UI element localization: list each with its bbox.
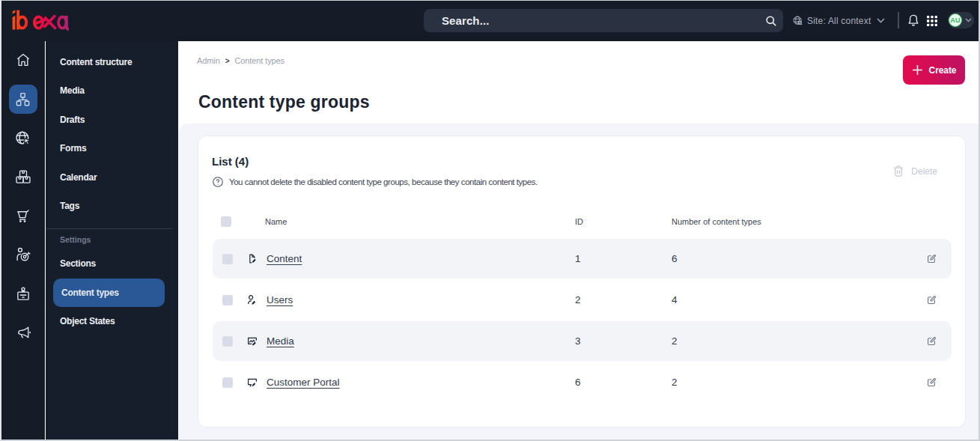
ibexa-logo[interactable] (12, 10, 70, 31)
sidebar-item-tags[interactable]: Tags (60, 192, 79, 220)
megaphone-icon (15, 324, 31, 341)
list-card: List (4) You cannot delete the disabled … (198, 136, 966, 428)
list-help-text: You cannot delete the disabled content t… (229, 177, 538, 187)
sidebar-item-forms[interactable]: Forms (60, 134, 86, 162)
table-row-media[interactable]: Media 3 2 (213, 321, 952, 361)
question-circle-icon (213, 177, 223, 187)
user-edit-icon (247, 294, 258, 305)
column-header-count[interactable]: Number of content types (672, 216, 761, 227)
row-id: 2 (575, 280, 581, 320)
page-title: Content type groups (198, 92, 370, 112)
user-menu[interactable]: AU (948, 12, 974, 29)
select-all-checkbox[interactable] (221, 216, 231, 227)
row-id: 6 (575, 362, 581, 402)
image-edit-icon (247, 335, 258, 347)
sidebar-item-marketing[interactable] (1, 324, 44, 341)
sidebar-item-product-catalog[interactable] (1, 168, 44, 185)
sidebar-item-object-states[interactable]: Object States (60, 307, 115, 335)
sidebar-item-personalization[interactable] (1, 246, 44, 263)
breadcrumb-content-types[interactable]: Content types (234, 56, 284, 65)
sidebar-item-commerce[interactable] (1, 207, 44, 224)
chevron-down-icon[interactable] (965, 18, 972, 22)
edit-icon[interactable] (926, 294, 937, 305)
row-checkbox[interactable] (222, 295, 233, 305)
row-checkbox[interactable] (222, 377, 233, 388)
chevron-down-icon[interactable] (877, 18, 885, 23)
list-title: List (4) (212, 155, 249, 168)
sidebar-item-label: Content types (61, 279, 119, 307)
row-id: 3 (575, 321, 581, 361)
settings-section-label: Settings (60, 232, 91, 247)
boxes-icon (15, 168, 31, 185)
row-link[interactable]: Content (267, 239, 302, 279)
app-window: Search... Site: All context AU (0, 0, 980, 441)
breadcrumb-admin[interactable]: Admin (197, 56, 220, 65)
main-content: Admin>Content types Create Content type … (178, 41, 979, 440)
sitemap-icon (15, 91, 31, 107)
menu-sidebar: Content structure Media Drafts Forms Cal… (46, 41, 178, 440)
create-button-label: Create (929, 65, 957, 76)
breadcrumb: Admin>Content types (197, 55, 284, 66)
search-icon[interactable] (765, 15, 777, 27)
search-input[interactable]: Search... (424, 9, 783, 32)
menu-divider (46, 228, 172, 229)
sidebar-item-site-management[interactable] (1, 130, 44, 147)
row-checkbox[interactable] (222, 336, 233, 347)
bell-icon[interactable] (907, 14, 919, 26)
site-context-selector[interactable]: Site: All context (807, 1, 871, 41)
sidebar-item-admin[interactable] (1, 285, 44, 302)
sidebar-item-content-types-active[interactable]: Content types (53, 279, 165, 307)
trash-icon (893, 165, 904, 177)
edit-icon[interactable] (926, 253, 937, 264)
row-count: 4 (672, 280, 678, 320)
cart-icon (15, 207, 31, 224)
row-id: 1 (575, 239, 581, 279)
sidebar-item-drafts[interactable]: Drafts (60, 106, 85, 134)
column-header-id[interactable]: ID (575, 216, 583, 227)
site-context-globe-icon (793, 16, 803, 25)
row-link[interactable]: Users (267, 280, 293, 320)
topbar-divider (898, 12, 899, 29)
monitor-edit-icon (247, 377, 258, 388)
sidebar-item-media[interactable]: Media (60, 76, 85, 105)
table-row-users[interactable]: Users 2 4 (213, 280, 952, 320)
sidebar-item-sections[interactable]: Sections (60, 249, 96, 278)
row-link[interactable]: Customer Portal (267, 362, 340, 402)
row-count: 2 (672, 362, 678, 402)
badge-icon (15, 285, 31, 302)
table-row-content[interactable]: Content 1 6 (213, 239, 952, 279)
sidebar-item-content-active[interactable] (9, 85, 37, 114)
breadcrumb-separator: > (220, 57, 235, 65)
row-count: 6 (672, 239, 678, 279)
person-target-icon (15, 246, 31, 263)
sidebar-item-dashboard[interactable] (1, 52, 44, 68)
file-edit-icon (247, 253, 258, 264)
plus-icon (912, 64, 923, 76)
row-link[interactable]: Media (267, 321, 294, 361)
edit-icon[interactable] (926, 335, 937, 347)
edit-icon[interactable] (926, 377, 937, 388)
row-count: 2 (672, 321, 678, 361)
avatar[interactable]: AU (949, 13, 962, 27)
topbar: Search... Site: All context AU (1, 1, 979, 41)
create-button[interactable]: Create (903, 55, 965, 85)
home-icon (15, 52, 31, 68)
row-checkbox[interactable] (222, 254, 233, 264)
table-row-customer-portal[interactable]: Customer Portal 6 2 (213, 362, 952, 402)
column-header-name[interactable]: Name (265, 216, 287, 227)
icon-sidebar (1, 41, 45, 440)
sidebar-item-content-structure[interactable]: Content structure (60, 48, 132, 76)
delete-button[interactable]: Delete (893, 165, 937, 177)
delete-button-label: Delete (911, 166, 937, 177)
search-placeholder: Search... (442, 14, 489, 27)
sidebar-item-calendar[interactable]: Calendar (60, 163, 97, 192)
app-grid-icon[interactable] (927, 16, 937, 26)
globe-cursor-icon (14, 130, 31, 147)
